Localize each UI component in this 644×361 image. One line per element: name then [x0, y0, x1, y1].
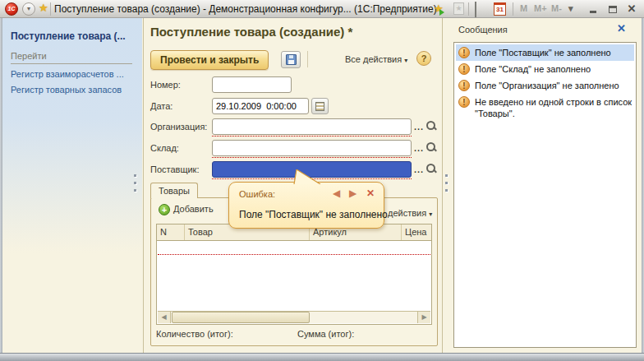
message-item[interactable]: !Не введено ни одной строки в список "То… [456, 94, 634, 122]
scroll-right-icon[interactable]: ▶ [417, 312, 430, 323]
titlebar-separator [468, 2, 469, 16]
memory-minus-button[interactable]: M- [551, 3, 562, 13]
message-item[interactable]: !Поле "Поставщик" не заполнено [456, 44, 634, 61]
error-tooltip-title: Ошибка: [239, 189, 275, 199]
help-button[interactable]: ? [416, 51, 431, 66]
sidebar-item-register-stock[interactable]: Регистр товарных запасов [11, 85, 122, 95]
supplier-label: Поставщик: [150, 164, 199, 174]
calendar-grid-icon [315, 102, 324, 111]
next-error-icon[interactable]: ▶ [349, 187, 356, 199]
search-icon[interactable] [426, 164, 437, 174]
error-tooltip-message: Поле "Поставщик" не заполнено [239, 209, 388, 220]
favorites-star-icon[interactable]: ★ [39, 2, 48, 14]
right-splitter-handle[interactable] [445, 174, 449, 194]
message-text: Поле "Склад" не заполнено [475, 63, 591, 75]
close-tooltip-icon[interactable]: ✕ [366, 187, 375, 199]
number-label: Номер: [150, 80, 181, 90]
horizontal-scrollbar[interactable]: ◀ ▶ [158, 311, 430, 323]
warning-icon: ! [458, 47, 470, 58]
scrollbar-thumb[interactable] [172, 312, 310, 323]
quantity-total-label: Количество (итог): [156, 329, 233, 339]
form-left-border [143, 18, 144, 353]
message-item[interactable]: !Поле "Организация" не заполнено [456, 77, 634, 94]
organization-select-button[interactable]: ... [414, 122, 424, 132]
date-input[interactable] [212, 98, 309, 114]
sum-total-label: Сумма (итог): [297, 329, 354, 339]
maximize-button[interactable] [606, 2, 619, 16]
window-title: Поступление товара (создание) - Демонстр… [54, 0, 437, 18]
titlebar-overflow-icon[interactable]: ▾ [568, 3, 573, 14]
titlebar-separator [50, 2, 51, 16]
required-marker [158, 254, 430, 255]
required-marker [212, 136, 412, 137]
date-label: Дата: [150, 101, 172, 111]
messages-list: !Поле "Поставщик" не заполнено !Поле "Ск… [453, 42, 637, 348]
form-right-border [442, 18, 443, 353]
close-button[interactable]: ✕ [625, 2, 638, 16]
favorites-list-icon[interactable]: ★ [453, 2, 464, 15]
navigation-panel: Поступление товара (... Перейти Регистр … [2, 18, 142, 353]
warehouse-select-button[interactable]: ... [414, 143, 424, 153]
all-actions-button[interactable]: Все действия ▾ [345, 54, 407, 64]
previous-error-icon[interactable]: ◀ [333, 187, 340, 199]
number-input[interactable] [212, 76, 292, 93]
message-item[interactable]: !Поле "Склад" не заполнено [456, 61, 634, 77]
nav-group-header: Перейти [11, 51, 132, 64]
warning-icon: ! [458, 80, 470, 91]
window-frame-bottom [0, 353, 644, 361]
search-icon[interactable] [426, 121, 437, 132]
minimize-icon [590, 11, 596, 13]
tab-products[interactable]: Товары [150, 183, 198, 198]
navigation-panel-title: Поступление товара (... [11, 30, 126, 42]
chevron-down-icon: ▾ [404, 57, 407, 64]
warning-icon: ! [458, 63, 470, 75]
page-title: Поступление товара (создание) * [150, 25, 352, 39]
save-button[interactable] [281, 51, 301, 68]
left-splitter-handle[interactable] [134, 174, 138, 194]
post-and-close-button[interactable]: Провести и закрыть [150, 50, 269, 70]
app-window: 1С ▾ ★ Поступление товара (создание) - Д… [0, 0, 644, 361]
add-to-favorites-icon[interactable]: ★ [434, 2, 444, 15]
search-icon[interactable] [426, 142, 437, 153]
titlebar-separator [513, 2, 513, 16]
chevron-down-icon: ▾ [429, 211, 432, 218]
required-marker [212, 157, 412, 158]
app-logo-icon: 1С [5, 2, 18, 16]
error-tooltip: Ошибка: ◀ ▶ ✕ Поле "Поставщик" не заполн… [228, 182, 384, 229]
supplier-select-button[interactable]: ... [414, 164, 424, 174]
calendar-icon[interactable]: 31 [494, 2, 506, 16]
column-header-price[interactable]: Цена [402, 224, 431, 240]
message-text: Поле "Поставщик" не заполнено [475, 47, 611, 58]
organization-label: Организация: [150, 122, 207, 132]
close-messages-icon[interactable]: ✕ [617, 22, 626, 35]
column-header-n[interactable]: N [157, 224, 185, 240]
tooltip-pointer [293, 169, 321, 184]
message-text: Поле "Организация" не заполнено [475, 80, 619, 91]
system-menu-button[interactable]: ▾ [22, 2, 35, 16]
scroll-left-icon[interactable]: ◀ [158, 312, 171, 323]
plus-icon: + [159, 204, 170, 215]
sidebar-item-register-settlements[interactable]: Регистр взаиморасчетов ... [11, 69, 124, 79]
warehouse-input[interactable] [212, 140, 412, 156]
warehouse-label: Склад: [150, 143, 179, 153]
minimize-button[interactable] [586, 2, 600, 16]
save-icon [286, 54, 297, 65]
toolbar-separator [307, 51, 308, 67]
message-text: Не введено ни одной строки в список "Тов… [475, 96, 632, 119]
add-row-button[interactable]: +Добавить [159, 204, 214, 220]
memory-plus-button[interactable]: M+ [534, 3, 547, 13]
warning-icon: ! [458, 96, 470, 108]
memory-recall-button[interactable]: M [520, 3, 527, 13]
maximize-icon [609, 6, 617, 13]
organization-input[interactable] [212, 118, 412, 135]
date-picker-button[interactable] [311, 98, 329, 114]
calculator-icon[interactable] [475, 2, 476, 17]
products-table: N Товар Артикул Цена ◀ ▶ [156, 224, 432, 325]
chevron-down-icon: ▾ [23, 3, 34, 15]
title-bar: 1С ▾ ★ Поступление товара (создание) - Д… [0, 0, 644, 18]
messages-panel-title: Сообщения [458, 25, 508, 35]
